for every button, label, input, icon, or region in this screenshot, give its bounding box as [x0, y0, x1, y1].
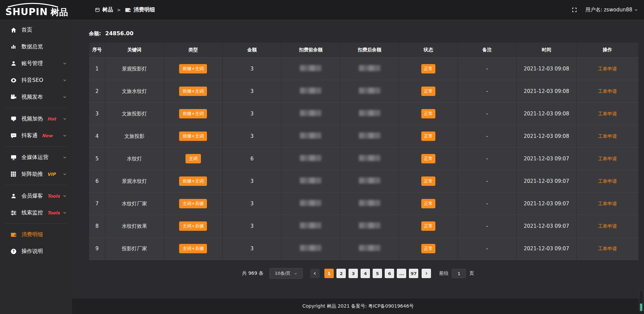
- type-badge: 前缀+主词: [179, 132, 207, 141]
- breadcrumb-item-current[interactable]: 消费明细: [125, 6, 155, 13]
- grid-icon: [10, 171, 17, 177]
- goto-suffix: 页: [469, 270, 474, 276]
- scrollbar-thumb[interactable]: [640, 304, 642, 311]
- action-cell: 工单申请: [576, 80, 638, 103]
- remark-cell: -: [458, 215, 517, 238]
- work-order-link[interactable]: 工单申请: [598, 156, 617, 161]
- keyword-cell: 水纹灯厂家: [105, 193, 164, 215]
- page-button-2[interactable]: 2: [336, 269, 346, 278]
- status-cell: 正常: [399, 125, 458, 148]
- page-button-4[interactable]: 4: [361, 269, 370, 278]
- balance-after-cell: [340, 58, 399, 80]
- fullscreen-icon[interactable]: [572, 7, 577, 13]
- amount-cell: 3: [223, 80, 281, 103]
- status-cell: 正常: [399, 103, 458, 125]
- sidebar-item-视频发布[interactable]: 视频发布: [0, 89, 72, 105]
- sidebar-item-数据总览[interactable]: 数据总览: [0, 38, 72, 55]
- sidebar-item-首页[interactable]: 首页: [0, 21, 72, 38]
- page-button-3[interactable]: 3: [348, 269, 358, 278]
- masked-value: [300, 110, 321, 116]
- next-page-button[interactable]: [422, 269, 431, 278]
- page-button-1[interactable]: 1: [324, 269, 334, 278]
- breadcrumb-item-home[interactable]: 树品: [95, 6, 113, 13]
- masked-value: [300, 177, 321, 184]
- sidebar-item-账号管理[interactable]: 账号管理: [0, 55, 72, 72]
- work-order-link[interactable]: 工单申请: [598, 201, 617, 206]
- chevron-down-icon: [634, 8, 638, 12]
- pagination: 共 969 条 10条/页 123456...97 前往 页: [72, 268, 644, 279]
- balance-after-cell: [340, 148, 399, 170]
- question-icon: ?: [10, 248, 17, 255]
- keyword-cell: 水纹灯: [105, 148, 164, 170]
- sidebar-item-消费明细[interactable]: 消费明细: [0, 226, 72, 243]
- work-order-link[interactable]: 工单申请: [598, 66, 617, 71]
- sidebar-item-会员爆客[interactable]: 会员爆客Tools: [0, 188, 72, 204]
- action-cell: 工单申请: [576, 103, 638, 125]
- table-row: 3文旅投影灯前缀+主词3正常-2021-12-03 09:08工单申请: [89, 103, 639, 125]
- keyword-cell: 水纹灯效果: [105, 215, 164, 238]
- user-icon: [10, 193, 17, 199]
- amount-cell: 3: [223, 215, 281, 238]
- work-order-link[interactable]: 工单申请: [598, 134, 617, 139]
- status-badge: 正常: [421, 221, 435, 231]
- sidebar-item-线索监控[interactable]: 线索监控Tools: [0, 204, 72, 221]
- user-menu[interactable]: 用户名: zswodun88: [585, 7, 638, 13]
- status-badge: 正常: [421, 199, 435, 208]
- page-ellipsis-button[interactable]: ...: [397, 269, 406, 278]
- work-order-link[interactable]: 工单申请: [598, 178, 617, 184]
- camera-icon: [10, 94, 17, 100]
- amount-cell: 6: [223, 148, 281, 170]
- time-cell: 2021-12-03 09:08: [517, 58, 577, 80]
- type-badge: 前缀+主词: [179, 87, 207, 96]
- work-order-link[interactable]: 工单申请: [598, 89, 617, 94]
- masked-value: [359, 200, 380, 206]
- type-cell: 前缀+主词: [164, 103, 222, 125]
- sidebar-item-label: 视频加热: [21, 115, 43, 122]
- type-badge: 主词+后缀: [179, 221, 207, 231]
- page-button-5[interactable]: 5: [373, 269, 382, 278]
- status-cell: 正常: [399, 148, 458, 170]
- balance-value: 24856.00: [105, 30, 133, 37]
- type-badge: 主词+后缀: [179, 244, 207, 253]
- consumption-table-wrap: 序号关键词类型金额扣费前余额扣费后余额状态备注时间操作 1景观投影灯前缀+主词3…: [89, 42, 639, 260]
- index-cell: 1: [89, 58, 105, 80]
- goto-label: 前往: [439, 270, 448, 276]
- column-header-时间: 时间: [517, 43, 577, 58]
- status-cell: 正常: [399, 193, 458, 215]
- work-order-link[interactable]: 工单申请: [598, 111, 617, 116]
- masked-value: [300, 245, 321, 251]
- breadcrumb-label: 消费明细: [133, 6, 155, 13]
- sidebar-item-label: 视频发布: [21, 94, 43, 101]
- page-size-select[interactable]: 10条/页: [269, 268, 303, 279]
- breadcrumb: 树品 > 消费明细: [95, 6, 155, 13]
- status-badge: 正常: [421, 244, 435, 253]
- masked-value: [300, 155, 321, 161]
- page-button-97[interactable]: 97: [409, 269, 418, 278]
- sidebar-item-label: 矩阵助推: [21, 171, 43, 178]
- sidebar-item-全媒体运营[interactable]: 全媒体运营: [0, 149, 72, 166]
- masked-value: [300, 200, 321, 206]
- sidebar-item-视频加热[interactable]: 视频加热Hot: [0, 110, 72, 127]
- status-badge: 正常: [421, 109, 435, 118]
- time-cell: 2021-12-03 09:07: [517, 193, 577, 215]
- work-order-link[interactable]: 工单申请: [598, 246, 617, 251]
- column-header-类型: 类型: [164, 43, 222, 58]
- page-button-6[interactable]: 6: [385, 269, 394, 278]
- sidebar-item-操作说明[interactable]: ?操作说明: [0, 243, 72, 260]
- goto-page-input[interactable]: [452, 269, 466, 278]
- type-cell: 主词+后缀: [164, 193, 222, 215]
- sidebar-item-抖客通[interactable]: 抖客通New: [0, 127, 72, 144]
- sidebar-item-矩阵助推[interactable]: 矩阵助推VIP: [0, 166, 72, 182]
- masked-value: [359, 65, 380, 71]
- table-row: 6景观水纹灯前缀+主词3正常-2021-12-03 09:07工单申请: [89, 170, 639, 193]
- keyword-cell: 文旅投影灯: [105, 103, 164, 125]
- action-cell: 工单申请: [576, 170, 638, 193]
- sidebar-item-label: 线索监控: [21, 209, 43, 216]
- sidebar-divider: [5, 223, 67, 224]
- work-order-link[interactable]: 工单申请: [598, 223, 617, 229]
- username-label: 用户名: zswodun88: [585, 7, 632, 13]
- prev-page-button[interactable]: [310, 269, 320, 278]
- scrollbar[interactable]: [639, 290, 643, 312]
- sidebar-item-抖音SEO[interactable]: 抖音SEO: [0, 72, 72, 89]
- time-cell: 2021-12-03 09:08: [517, 103, 577, 125]
